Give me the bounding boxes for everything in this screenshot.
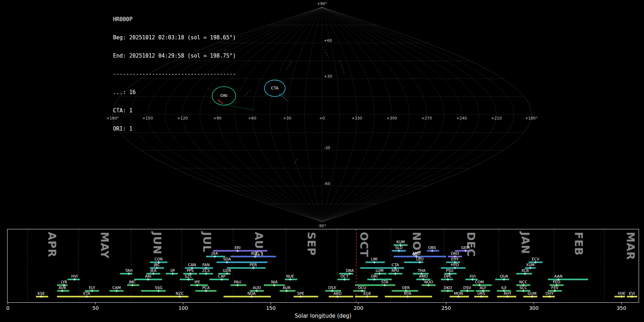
x-tick-label: 0	[6, 305, 10, 311]
shower-label-GEM: GEM	[461, 245, 470, 250]
shower-SLD: SLD	[392, 245, 406, 252]
shower-label-DPC: DPC	[444, 274, 452, 278]
shower-bar-ERI	[213, 250, 267, 252]
shower-label-GDR: GDR	[223, 268, 231, 273]
shower-KSE: KSE	[36, 291, 48, 298]
lon-label: +60	[248, 116, 256, 121]
shower-label-SLD: SLD	[395, 245, 402, 250]
shower-label-OHY: OHY	[546, 291, 554, 296]
shower-label-PPS: PPS	[187, 268, 194, 273]
shower-label-SDA: SDA	[223, 257, 231, 261]
month-label-MAY: MAY	[98, 232, 111, 259]
shower-label-OBS: OBS	[428, 245, 436, 250]
shower-XCB: XCB	[516, 268, 532, 275]
shower-label-ETA: ETA	[83, 291, 91, 296]
shower-label-IPE: IPE	[194, 280, 200, 284]
shower-label-AND: AND	[412, 251, 420, 255]
shower-label-DAD: DAD	[451, 251, 459, 255]
lon-label: +180°	[525, 116, 538, 121]
shower-OCT: OCT	[337, 274, 350, 281]
shower-label-CTA: CTA	[392, 263, 399, 267]
shower-label-AUD: AUD	[253, 286, 261, 290]
shower-HVI: HVI	[68, 274, 80, 281]
shower-label-RPU: RPU	[391, 268, 399, 273]
shower-bar-SDA	[216, 262, 267, 263]
shower-bar-ETA	[57, 296, 131, 297]
month-label-JUN: JUN	[151, 231, 164, 255]
shower-EGE: EGE	[355, 291, 378, 298]
shower-SPE: SPE	[294, 291, 318, 298]
x-axis-label: Solar longitude (deg)	[295, 313, 351, 319]
shower-ZCS: ZCS	[199, 268, 213, 275]
shower-RPU: RPU	[388, 268, 402, 275]
lat-label: -30	[324, 146, 330, 150]
x-tick-label: 250	[441, 305, 451, 311]
grid-meridian	[322, 7, 392, 222]
shower-XHE: XHE	[614, 291, 625, 298]
shower-bar-TAH	[120, 273, 132, 274]
shower-label-FED: FED	[553, 280, 560, 284]
month-label-FEB: FEB	[572, 232, 585, 256]
shower-label-CAN: CAN	[188, 263, 196, 267]
shower-label-JEA: JEA	[150, 268, 157, 273]
lat-label: -90°	[318, 224, 326, 228]
meteor-trail	[324, 49, 328, 58]
shower-bar-SPE	[294, 296, 318, 297]
shower-NTA: NTA	[385, 291, 432, 298]
month-label-JUL: JUL	[201, 231, 213, 253]
shower-label-NDA: NDA	[248, 291, 256, 296]
shower-PAU: PAU	[230, 280, 246, 287]
shower-AUR: AUR	[280, 286, 296, 292]
lon-label: +210	[491, 116, 502, 121]
month-label-DEC: DEC	[465, 232, 477, 257]
shower-label-OCU: OCU	[358, 286, 366, 290]
shower-GUM: GUM	[523, 291, 537, 298]
shower-label-JMC: JMC	[128, 280, 136, 284]
shower-bar-KCG	[230, 256, 276, 257]
lat-label: +30	[324, 74, 332, 79]
shower-label-ALY: ALY	[480, 286, 487, 290]
meteor-observation-screen: HR000P Beg: 20251012 02:03:18 (sol = 198…	[0, 0, 644, 322]
shower-label-SCC: SCC	[519, 286, 527, 290]
shower-label-ECV: ECV	[532, 257, 540, 261]
shower-label-HVI: HVI	[71, 274, 78, 278]
shower-label-DSV: DSV	[463, 286, 472, 290]
shower-label-FEV: FEV	[551, 286, 559, 290]
shower-label-ELY: ELY	[89, 286, 95, 290]
shower-NZC: NZC	[131, 291, 189, 298]
shower-DKD: DKD	[441, 286, 453, 292]
shower-NDA: NDA	[224, 291, 271, 298]
shower-label-XVI: XVI	[469, 274, 475, 278]
shower-label-HYD: HYD	[451, 263, 459, 267]
shower-label-AHY: AHY	[504, 291, 512, 296]
shower-URS: URS	[474, 291, 488, 298]
shower-label-NZC: NZC	[176, 291, 184, 296]
shower-label-ILE: ILE	[501, 286, 507, 290]
shower-PCA: PCA	[195, 286, 216, 292]
shower-label-COM: COM	[475, 280, 484, 284]
shower-label-OER: OER	[402, 286, 410, 290]
shower-label-PER: PER	[250, 263, 257, 267]
shower-label-DKD: DKD	[444, 286, 452, 290]
shower-label-PSU: PSU	[446, 268, 453, 273]
x-tick-label: 100	[179, 305, 188, 311]
shower-label-EHY: EHY	[451, 257, 459, 261]
shower-bar-CAP	[210, 279, 229, 280]
shower-OHY: OHY	[543, 291, 555, 298]
lon-label: +270	[421, 116, 432, 121]
shower-label-NTA: NTA	[404, 291, 411, 296]
shower-label-NOO: NOO	[424, 280, 433, 284]
shower-label-ERI: ERI	[234, 245, 240, 250]
shower-label-NIA: NIA	[271, 280, 278, 284]
lon-label: +300	[386, 116, 397, 121]
shower-NOO: NOO	[421, 280, 435, 287]
shower-label-LUM: LUM	[376, 268, 384, 273]
month-label-JAN: JAN	[519, 231, 532, 254]
x-tick-label: 200	[354, 305, 364, 311]
shower-label-QUA: QUA	[500, 274, 508, 278]
x-tick-label: 150	[266, 305, 276, 311]
shower-bar-PER	[227, 267, 266, 269]
x-tick-label: 300	[529, 305, 539, 311]
begin-time: Beg: 20251012 02:03:18 (sol = 198.65°)	[113, 35, 236, 41]
shower-JMC: JMC	[127, 280, 139, 287]
